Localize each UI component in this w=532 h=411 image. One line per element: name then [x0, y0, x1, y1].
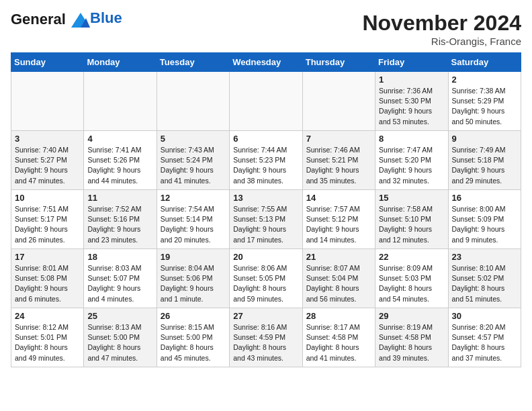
- day-number: 23: [452, 252, 517, 262]
- day-number: 11: [87, 193, 152, 203]
- day-number: 17: [15, 252, 80, 262]
- weekday-header-monday: Monday: [84, 53, 157, 72]
- day-info: Sunrise: 8:13 AM Sunset: 5:00 PM Dayligh…: [87, 322, 152, 363]
- logo-blue: Blue: [90, 9, 122, 26]
- day-info: Sunrise: 7:38 AM Sunset: 5:29 PM Dayligh…: [452, 86, 517, 127]
- day-info: Sunrise: 8:09 AM Sunset: 5:03 PM Dayligh…: [379, 263, 444, 304]
- day-info: Sunrise: 8:15 AM Sunset: 5:00 PM Dayligh…: [161, 322, 226, 363]
- day-number: 19: [161, 252, 226, 262]
- day-info: Sunrise: 7:51 AM Sunset: 5:17 PM Dayligh…: [15, 204, 80, 245]
- day-number: 29: [379, 311, 444, 321]
- day-number: 25: [87, 311, 152, 321]
- calendar-cell: [84, 72, 157, 131]
- day-number: 5: [161, 134, 226, 144]
- day-info: Sunrise: 7:36 AM Sunset: 5:30 PM Dayligh…: [379, 86, 444, 127]
- calendar-cell: 1Sunrise: 7:36 AM Sunset: 5:30 PM Daylig…: [375, 72, 448, 131]
- calendar-cell: 23Sunrise: 8:10 AM Sunset: 5:02 PM Dayli…: [448, 249, 521, 308]
- day-info: Sunrise: 7:47 AM Sunset: 5:20 PM Dayligh…: [379, 145, 444, 186]
- day-number: 20: [233, 252, 298, 262]
- day-info: Sunrise: 7:46 AM Sunset: 5:21 PM Dayligh…: [306, 145, 371, 186]
- weekday-header-sunday: Sunday: [11, 53, 84, 72]
- day-number: 9: [452, 134, 517, 144]
- calendar-cell: 8Sunrise: 7:47 AM Sunset: 5:20 PM Daylig…: [375, 131, 448, 190]
- day-info: Sunrise: 8:01 AM Sunset: 5:08 PM Dayligh…: [15, 263, 80, 304]
- day-number: 2: [452, 75, 517, 85]
- calendar-cell: 2Sunrise: 7:38 AM Sunset: 5:29 PM Daylig…: [448, 72, 521, 131]
- weekday-header-row: SundayMondayTuesdayWednesdayThursdayFrid…: [11, 53, 521, 72]
- day-info: Sunrise: 7:55 AM Sunset: 5:13 PM Dayligh…: [233, 204, 298, 245]
- calendar-cell: 7Sunrise: 7:46 AM Sunset: 5:21 PM Daylig…: [302, 131, 375, 190]
- day-number: 18: [87, 252, 152, 262]
- calendar-cell: 16Sunrise: 8:00 AM Sunset: 5:09 PM Dayli…: [448, 190, 521, 249]
- day-info: Sunrise: 8:03 AM Sunset: 5:07 PM Dayligh…: [87, 263, 152, 304]
- calendar-cell: 30Sunrise: 8:20 AM Sunset: 4:57 PM Dayli…: [448, 308, 521, 367]
- day-info: Sunrise: 8:06 AM Sunset: 5:05 PM Dayligh…: [233, 263, 298, 304]
- title-block: November 2024 Ris-Orangis, France: [362, 11, 521, 47]
- day-info: Sunrise: 7:57 AM Sunset: 5:12 PM Dayligh…: [306, 204, 371, 245]
- logo: General Blue: [11, 11, 122, 28]
- day-info: Sunrise: 7:44 AM Sunset: 5:23 PM Dayligh…: [233, 145, 298, 186]
- weekday-header-wednesday: Wednesday: [230, 53, 302, 72]
- logo-general: General: [11, 11, 66, 28]
- calendar-week-row: 1Sunrise: 7:36 AM Sunset: 5:30 PM Daylig…: [11, 72, 521, 131]
- calendar-cell: 25Sunrise: 8:13 AM Sunset: 5:00 PM Dayli…: [84, 308, 157, 367]
- calendar-cell: 28Sunrise: 8:17 AM Sunset: 4:58 PM Dayli…: [302, 308, 375, 367]
- day-number: 15: [379, 193, 444, 203]
- day-number: 16: [452, 193, 517, 203]
- weekday-header-tuesday: Tuesday: [157, 53, 229, 72]
- calendar-cell: 24Sunrise: 8:12 AM Sunset: 5:01 PM Dayli…: [11, 308, 84, 367]
- day-number: 13: [233, 193, 298, 203]
- day-number: 24: [15, 311, 80, 321]
- day-number: 27: [233, 311, 298, 321]
- day-info: Sunrise: 7:52 AM Sunset: 5:16 PM Dayligh…: [87, 204, 152, 245]
- day-info: Sunrise: 8:20 AM Sunset: 4:57 PM Dayligh…: [452, 322, 517, 363]
- calendar-cell: 12Sunrise: 7:54 AM Sunset: 5:14 PM Dayli…: [157, 190, 229, 249]
- day-number: 21: [306, 252, 371, 262]
- day-number: 4: [87, 134, 152, 144]
- calendar-cell: 17Sunrise: 8:01 AM Sunset: 5:08 PM Dayli…: [11, 249, 84, 308]
- calendar-cell: 18Sunrise: 8:03 AM Sunset: 5:07 PM Dayli…: [84, 249, 157, 308]
- calendar-cell: 20Sunrise: 8:06 AM Sunset: 5:05 PM Dayli…: [230, 249, 302, 308]
- day-number: 30: [452, 311, 517, 321]
- day-info: Sunrise: 8:07 AM Sunset: 5:04 PM Dayligh…: [306, 263, 371, 304]
- calendar-cell: 3Sunrise: 7:40 AM Sunset: 5:27 PM Daylig…: [11, 131, 84, 190]
- calendar-cell: 15Sunrise: 7:58 AM Sunset: 5:10 PM Dayli…: [375, 190, 448, 249]
- day-info: Sunrise: 7:43 AM Sunset: 5:24 PM Dayligh…: [161, 145, 226, 186]
- day-number: 1: [379, 75, 444, 85]
- calendar-week-row: 24Sunrise: 8:12 AM Sunset: 5:01 PM Dayli…: [11, 308, 521, 367]
- calendar-cell: 22Sunrise: 8:09 AM Sunset: 5:03 PM Dayli…: [375, 249, 448, 308]
- calendar-cell: [302, 72, 375, 131]
- day-info: Sunrise: 8:17 AM Sunset: 4:58 PM Dayligh…: [306, 322, 371, 363]
- day-info: Sunrise: 7:41 AM Sunset: 5:26 PM Dayligh…: [87, 145, 152, 186]
- day-info: Sunrise: 8:10 AM Sunset: 5:02 PM Dayligh…: [452, 263, 517, 304]
- day-number: 22: [379, 252, 444, 262]
- day-number: 8: [379, 134, 444, 144]
- calendar-week-row: 17Sunrise: 8:01 AM Sunset: 5:08 PM Dayli…: [11, 249, 521, 308]
- calendar-cell: 14Sunrise: 7:57 AM Sunset: 5:12 PM Dayli…: [302, 190, 375, 249]
- calendar-cell: 4Sunrise: 7:41 AM Sunset: 5:26 PM Daylig…: [84, 131, 157, 190]
- day-info: Sunrise: 7:49 AM Sunset: 5:18 PM Dayligh…: [452, 145, 517, 186]
- weekday-header-thursday: Thursday: [302, 53, 375, 72]
- day-info: Sunrise: 8:12 AM Sunset: 5:01 PM Dayligh…: [15, 322, 80, 363]
- calendar-cell: [230, 72, 302, 131]
- day-number: 26: [161, 311, 226, 321]
- page-header: General Blue November 2024 Ris-Orangis, …: [11, 11, 521, 47]
- calendar-cell: 9Sunrise: 7:49 AM Sunset: 5:18 PM Daylig…: [448, 131, 521, 190]
- day-info: Sunrise: 8:19 AM Sunset: 4:58 PM Dayligh…: [379, 322, 444, 363]
- month-title: November 2024: [362, 11, 521, 36]
- day-info: Sunrise: 7:54 AM Sunset: 5:14 PM Dayligh…: [161, 204, 226, 245]
- calendar-cell: 13Sunrise: 7:55 AM Sunset: 5:13 PM Dayli…: [230, 190, 302, 249]
- weekday-header-saturday: Saturday: [448, 53, 521, 72]
- day-number: 14: [306, 193, 371, 203]
- calendar-table: SundayMondayTuesdayWednesdayThursdayFrid…: [11, 52, 521, 367]
- day-number: 6: [233, 134, 298, 144]
- day-info: Sunrise: 7:40 AM Sunset: 5:27 PM Dayligh…: [15, 145, 80, 186]
- day-info: Sunrise: 7:58 AM Sunset: 5:10 PM Dayligh…: [379, 204, 444, 245]
- calendar-cell: 11Sunrise: 7:52 AM Sunset: 5:16 PM Dayli…: [84, 190, 157, 249]
- calendar-week-row: 10Sunrise: 7:51 AM Sunset: 5:17 PM Dayli…: [11, 190, 521, 249]
- day-number: 10: [15, 193, 80, 203]
- calendar-cell: 19Sunrise: 8:04 AM Sunset: 5:06 PM Dayli…: [157, 249, 229, 308]
- calendar-cell: [11, 72, 84, 131]
- day-number: 7: [306, 134, 371, 144]
- calendar-cell: 5Sunrise: 7:43 AM Sunset: 5:24 PM Daylig…: [157, 131, 229, 190]
